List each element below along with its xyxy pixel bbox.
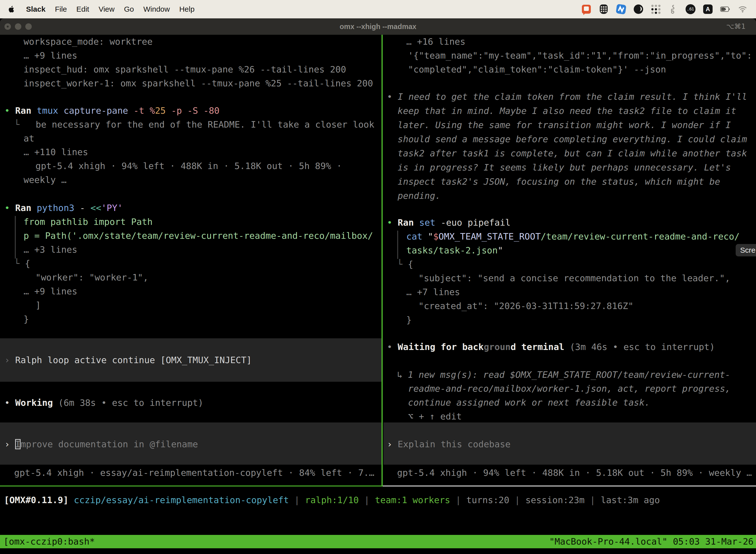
reasoning-line: later. Using the same for transition mig… [397,118,731,132]
prompt-input[interactable]: › Explain this codebase [387,437,511,451]
ran-set-command: • Ran set -euo pipefail [387,216,511,230]
zigzag-badge-icon[interactable] [616,4,626,14]
tmux-host-datetime: "MacBook-Pro-44.local" 05:03 31-Mar-26 [549,535,756,548]
dots-grid-icon[interactable] [651,4,661,14]
python-output-line: … +9 lines [23,284,77,298]
log-line: workspace_mode: worktree [23,35,152,49]
cat-command-line: tasks/task-2.json" [406,243,503,258]
waiting-status: • Waiting for background terminal (3m 46… [387,340,715,354]
omx-hud-status-line: [OMX#0.11.9] cczip/essay/ai-reimplementa… [4,493,660,507]
code-block-gutter-line [15,216,16,259]
mailbox-message-line: readme-and-reco/mailbox/worker-1.json, a… [408,382,731,396]
json-output-line: "created_at": "2026-03-31T11:59:27.816Z" [419,299,633,313]
python-output-line: └ { [14,257,30,271]
tmux-output-line: at [23,131,34,146]
log-line: … +9 lines [23,49,77,63]
tmux-output-line: └ be necessary for the end of the README… [14,118,374,131]
python-code-line: from pathlib import Path [23,215,152,229]
working-status: • Working (6m 38s • esc to interrupt) [4,396,203,410]
prompt-input[interactable]: › Improve documentation in @filename [4,437,198,451]
log-line: … +16 lines [406,35,465,49]
right-pane: … +16 lines '{"team_name":"my-team","tas… [383,35,756,486]
reasoning-line: should send a message before completing … [397,132,747,146]
python-code-line: p = Path('.omx/state/team/review-current… [23,229,373,243]
wifi-icon[interactable] [738,4,748,14]
menu-bar: Slack File Edit View Go Window Help [0,0,756,18]
reasoning-line: inspect task2's JSON, focusing on the st… [397,175,720,189]
battery-icon[interactable] [720,4,730,14]
clipped-screenshot-tooltip[interactable]: Scre [736,244,756,257]
shield-grid-icon[interactable] [599,4,609,14]
ran-tmux-command: • Ran tmux capture-pane -t %25 -p -S -80 [4,104,219,118]
json-output-line: └ { [397,258,413,271]
screen: Slack File Edit View Go Window Help [0,0,756,554]
python-output-line: ] [36,298,41,312]
menu-app-name[interactable]: Slack [21,5,50,13]
menu-window[interactable]: Window [139,5,175,13]
crescent-circle-icon[interactable] [633,4,643,14]
apple-menu-icon[interactable] [8,5,16,14]
menu-go[interactable]: Go [119,5,139,13]
window-title-bar: omx --xhigh --madmax ⌥⌘1 [0,18,756,35]
input-source-icon[interactable]: A [703,4,713,14]
log-line: "completed","claim_token":"claim-token"}… [408,63,666,76]
menu-file[interactable]: File [50,5,71,13]
ran-python-command: • Ran python3 - <<'PY' [4,201,123,215]
squiggle-icon[interactable] [668,4,678,14]
left-pane: workspace_mode: worktree … +9 lines insp… [0,35,381,486]
right-pane-bottom-border [383,486,756,487]
edit-shortcut-hint: ⌥ + ↑ edit [408,409,462,424]
python-code-line: … +3 lines [23,243,77,257]
mailbox-message-line: continue assigned work or next feasible … [408,396,650,409]
tmux-output-line: gpt-5.4 xhigh · 94% left · 488K in · 5.1… [36,159,342,173]
pane-divider[interactable] [381,35,383,486]
menu-help[interactable]: Help [175,5,199,13]
python-output-line: } [23,312,29,326]
log-line: '{"team_name":"my-team","task_id":"1","f… [408,49,752,63]
reasoning-line: is in progress? It seems likely but perh… [397,161,731,174]
reasoning-line: task2 after task1 is complete, but can I… [397,147,747,160]
tmux-status-bar: [omx-cczip0:bash* "MacBook-Pro-44.local"… [0,535,756,548]
reasoning-line: • I need to get the claim token from the… [387,90,747,104]
tmux-output-line: … +110 lines [23,145,88,159]
menu-status-icons: ..61 A [581,4,748,14]
cat-command-line: cat "$OMX_TEAM_STATE_ROOT/team/review-cu… [406,230,740,243]
tmux-output-line: weekly … [23,173,66,187]
mailbox-message-line: ↳ 1 new msg(s): read $OMX_TEAM_STATE_ROO… [397,368,731,382]
menu-edit[interactable]: Edit [72,5,94,13]
left-pane-bottom-border [0,486,383,487]
reasoning-line: pending. [397,189,441,203]
ralph-loop-banner: › Ralph loop active continue [OMX_TMUX_I… [4,353,252,367]
code-block-gutter-line [397,231,398,259]
tmux-session-window[interactable]: [omx-cczip0:bash* [0,535,95,548]
window-title: omx --xhigh --madmax [0,18,756,35]
log-line: inspect_worker-1: omx sparkshell --tmux-… [23,76,373,90]
json-output-line: … +7 lines [406,285,460,299]
pane-status-line: gpt-5.4 xhigh · essay/ai-reimplementatio… [14,466,374,480]
window-shortcut-hint: ⌥⌘1 [726,18,746,35]
python-output-line: "worker": "worker-1", [36,271,148,284]
log-line: inspect_hud: omx sparkshell --tmux-pane … [23,63,346,76]
pane-status-line: gpt-5.4 xhigh · 94% left · 488K in · 5.1… [397,466,752,480]
chat-badge-icon[interactable] [581,4,591,14]
reasoning-line: keep that in mind. Maybe I also need the… [397,104,736,118]
terminal: workspace_mode: worktree … +9 lines insp… [0,35,756,554]
menu-view[interactable]: View [94,5,119,13]
gauge-61-icon[interactable]: ..61 [686,4,695,14]
json-output-line: } [406,313,412,327]
json-output-line: "subject": "send a concise recommendatio… [419,271,730,285]
